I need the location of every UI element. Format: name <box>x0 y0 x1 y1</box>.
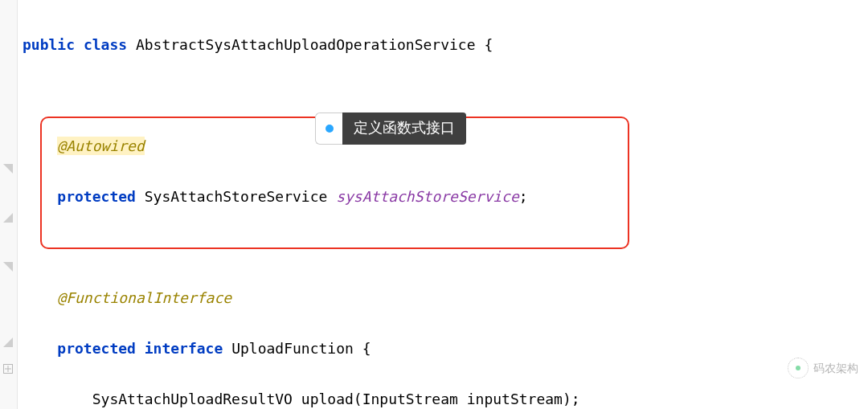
callout-label: 定义函数式接口 <box>342 112 466 145</box>
keyword-public: public <box>23 36 75 53</box>
fold-expand-icon[interactable] <box>3 364 13 374</box>
annotation-functionalinterface: @FunctionalInterface <box>57 289 231 306</box>
class-name: AbstractSysAttachUploadOperationService <box>136 36 476 53</box>
callout-dot-icon <box>326 125 334 133</box>
fold-marker-icon[interactable] <box>3 262 13 272</box>
code-editor[interactable]: public class AbstractSysAttachUploadOper… <box>18 0 868 409</box>
param-list: (InputStream inputStream); <box>354 391 580 407</box>
type-name: SysAttachStoreService <box>145 188 328 205</box>
semicolon: ; <box>519 188 528 205</box>
annotation-autowired: @Autowired <box>57 137 144 155</box>
brace: { <box>362 340 371 357</box>
callout-tooltip: 定义函数式接口 <box>315 112 466 145</box>
keyword-protected: protected <box>57 188 136 205</box>
interface-name: UploadFunction <box>231 340 354 357</box>
method-name: upload <box>301 391 354 407</box>
brace: { <box>484 36 493 53</box>
field-name: sysAttachStoreService <box>336 188 519 205</box>
fold-marker-icon[interactable] <box>3 213 13 223</box>
callout-pointer-icon <box>315 112 342 145</box>
return-type: SysAttachUploadResultVO <box>92 391 293 407</box>
keyword-class: class <box>84 36 127 53</box>
keyword-interface: interface <box>145 340 223 357</box>
editor-gutter <box>0 0 18 409</box>
keyword-protected: protected <box>57 340 136 357</box>
fold-marker-icon[interactable] <box>3 164 13 174</box>
fold-marker-icon[interactable] <box>3 337 13 347</box>
